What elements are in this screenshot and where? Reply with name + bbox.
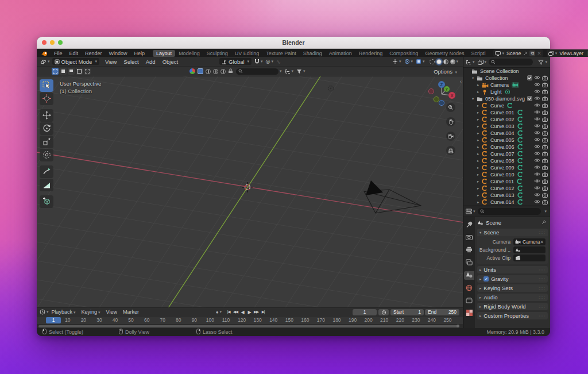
view-layer-name[interactable]: ViewLayer: [559, 51, 583, 56]
render-visibility-icon[interactable]: [542, 199, 548, 206]
expand-arrow[interactable]: ▸: [477, 193, 482, 198]
clear-icon[interactable]: ✕: [540, 240, 544, 245]
timeline-scrollbar[interactable]: [37, 324, 463, 328]
eye-icon[interactable]: [534, 130, 540, 136]
chevron-down-icon[interactable]: ▾: [280, 69, 282, 74]
proportional-editing-toggle[interactable]: ◎ ▾: [266, 59, 273, 64]
outliner-row[interactable]: ▸ Camera: [463, 82, 550, 88]
select-mode-new[interactable]: [52, 68, 59, 75]
properties-search-input[interactable]: [478, 208, 541, 215]
frame-tick[interactable]: 40: [108, 317, 123, 323]
render-visibility-icon[interactable]: [542, 96, 548, 102]
xray-toggle-button[interactable]: ▾: [416, 59, 425, 64]
tool-button[interactable]: [40, 92, 53, 105]
mode-dropdown[interactable]: Object Mode ▾: [52, 58, 99, 65]
expand-arrow[interactable]: ▸: [477, 165, 482, 170]
outliner-item-label[interactable]: Curve.006: [490, 144, 514, 150]
select-mode-extend[interactable]: [60, 68, 67, 75]
outliner-item-label[interactable]: Light: [490, 89, 502, 95]
outliner-search-input[interactable]: [489, 59, 533, 65]
workspace-tab[interactable]: UV Editing: [231, 50, 263, 57]
eye-icon[interactable]: [534, 199, 540, 205]
frame-tick[interactable]: 240: [424, 317, 439, 323]
breadcrumb-label[interactable]: Scene: [486, 219, 501, 226]
eye-icon[interactable]: [534, 179, 540, 184]
frame-tick[interactable]: 200: [361, 317, 376, 323]
eye-icon[interactable]: [534, 75, 540, 81]
expand-arrow[interactable]: ▸: [477, 186, 482, 191]
outliner-row[interactable]: ▸ Curve.004: [463, 130, 550, 137]
render-visibility-icon[interactable]: [542, 124, 548, 130]
render-visibility-icon[interactable]: [542, 144, 548, 151]
workspace-tab[interactable]: Shading: [300, 50, 326, 57]
outliner-row[interactable]: ▸ Curve.009: [463, 164, 550, 171]
frame-tick[interactable]: 230: [408, 317, 423, 323]
editor-type-button[interactable]: ▾: [40, 59, 50, 64]
scrollbar-thumb[interactable]: [38, 325, 458, 327]
viewport-menu-item[interactable]: View: [102, 59, 120, 65]
render-visibility-icon[interactable]: [542, 103, 548, 109]
next-keyframe-button[interactable]: ▶▶: [253, 310, 260, 314]
expand-arrow[interactable]: ▸: [477, 124, 482, 129]
eye-icon[interactable]: [534, 96, 540, 102]
scene-panel-header[interactable]: ▾Scene::::: [477, 229, 548, 236]
outliner-row[interactable]: ▸ Curve: [463, 102, 550, 109]
outliner-item-label[interactable]: Curve.005: [490, 137, 514, 143]
expand-arrow[interactable]: ▸: [477, 110, 482, 115]
blender-logo-icon[interactable]: [41, 51, 48, 56]
panel-header[interactable]: ▸ Keying Sets::::: [477, 284, 548, 292]
properties-tab[interactable]: [464, 221, 474, 229]
eye-icon[interactable]: [534, 192, 540, 198]
scene-name[interactable]: Scene: [506, 51, 521, 56]
outliner-item-label[interactable]: Curve.003: [490, 124, 514, 129]
outliner-item-label[interactable]: 050-diamond.svg: [485, 96, 525, 102]
eye-icon[interactable]: [534, 186, 540, 191]
frame-tick[interactable]: 150: [282, 317, 297, 323]
shading-solid-button[interactable]: [436, 59, 442, 64]
current-frame-field[interactable]: 1: [353, 309, 377, 315]
tool-button[interactable]: [40, 149, 53, 161]
select-mode-subtract[interactable]: [68, 68, 75, 75]
render-visibility-icon[interactable]: [542, 179, 548, 185]
scene-selector[interactable]: ▾ Scene ⧉ ✕: [493, 49, 543, 57]
current-frame-indicator[interactable]: 1: [46, 317, 61, 323]
outliner-item-label[interactable]: Curve: [490, 103, 504, 109]
outliner-row[interactable]: ▸ Curve.014: [463, 199, 550, 206]
render-visibility-icon[interactable]: [542, 130, 548, 137]
frame-tick[interactable]: 170: [314, 317, 328, 323]
select-mode-invert[interactable]: [76, 68, 83, 75]
workspace-tab[interactable]: Texture Paint: [262, 50, 300, 57]
outliner-item-label[interactable]: Curve.011: [490, 179, 514, 184]
tool-button[interactable]: [40, 109, 53, 122]
frame-start-field[interactable]: Start1: [390, 309, 424, 315]
expand-arrow[interactable]: ▾: [472, 76, 477, 80]
frame-tick[interactable]: 220: [393, 317, 408, 323]
timeline-editor-type-button[interactable]: ▾: [40, 309, 49, 315]
eye-icon[interactable]: [534, 117, 540, 122]
eye-icon[interactable]: [534, 137, 540, 143]
transform-orientation-dropdown[interactable]: Global ▾: [219, 58, 252, 65]
field-input[interactable]: [513, 255, 546, 261]
tool-button[interactable]: [40, 122, 53, 135]
expand-arrow[interactable]: ▸: [477, 200, 482, 205]
frame-tick[interactable]: 90: [187, 317, 202, 323]
frame-tick[interactable]: 140: [266, 317, 281, 323]
frame-tick[interactable]: 160: [297, 317, 312, 323]
properties-tab[interactable]: [464, 284, 474, 292]
snap-toggle[interactable]: ▾: [254, 59, 263, 64]
eye-icon[interactable]: [534, 103, 540, 109]
solid-display-toggle[interactable]: [198, 68, 203, 74]
properties-tab[interactable]: [464, 246, 474, 255]
outliner-item-label[interactable]: Scene Collection: [480, 68, 519, 74]
outliner-row[interactable]: ▸ Curve.007: [463, 151, 550, 157]
select-mode-intersect[interactable]: [84, 68, 91, 75]
play-reverse-button[interactable]: ◀: [239, 310, 246, 315]
frame-tick[interactable]: 20: [76, 317, 91, 323]
outliner-row[interactable]: ▸ Curve.013: [463, 192, 550, 199]
panel-header[interactable]: ▸ Rigid Body World::::: [477, 303, 548, 310]
frame-tick[interactable]: 60: [140, 317, 154, 323]
shading-ball-icon[interactable]: [189, 68, 195, 74]
shading-dropdown[interactable]: ▾: [457, 59, 459, 64]
outliner-row[interactable]: ▾ Collection: [463, 75, 550, 82]
outliner-filter-button[interactable]: ▾: [538, 60, 547, 65]
